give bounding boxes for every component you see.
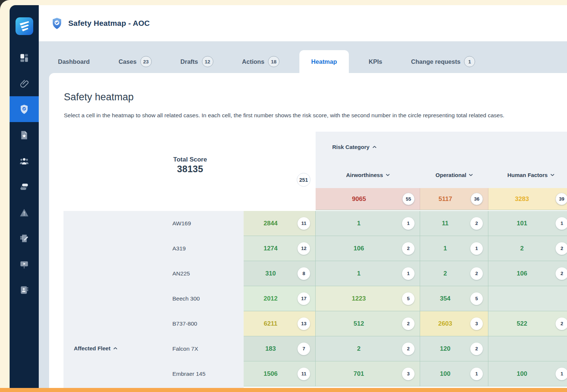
column-label: Human Factors [507, 172, 547, 178]
warning-triangle-icon [19, 208, 29, 218]
sidebar-item-starred-document[interactable] [10, 122, 39, 148]
heatmap-cell[interactable]: 26033 [420, 311, 488, 336]
sidebar-item-contacts[interactable] [10, 277, 39, 303]
sidebar-item-layers[interactable] [10, 174, 39, 200]
column-label: Operational [436, 172, 466, 178]
tab-bar: Dashboard Cases 23 Drafts 12 Actions 18 … [49, 41, 567, 73]
heatmap-cell[interactable]: 11 [316, 261, 420, 286]
sidebar-item-attachments[interactable] [10, 70, 39, 96]
shield-check-icon [19, 104, 29, 114]
topbar: Safety Heatmap - AOC [39, 5, 567, 41]
fleet-score-cell[interactable]: 3108 [244, 261, 316, 286]
case-count-badge: 3 [402, 368, 415, 380]
team-icon [19, 156, 29, 166]
heatmap-cell[interactable]: 11 [420, 236, 488, 261]
heatmap-cell[interactable]: 22 [488, 236, 567, 261]
heatmap-cell[interactable]: 112 [420, 211, 488, 236]
fleet-score-cell[interactable]: 127412 [244, 236, 316, 261]
tab-dashboard[interactable]: Dashboard [49, 50, 99, 73]
case-count-badge: 2 [402, 318, 415, 330]
case-count-badge: 12 [298, 242, 310, 255]
page-title: Safety Heatmap - AOC [68, 19, 150, 28]
heatmap-cell[interactable]: 7013 [316, 361, 420, 386]
fleet-label: Beech 300 [63, 286, 244, 311]
document-edit-icon [19, 233, 29, 243]
section-heading: Safety heatmap [64, 91, 134, 103]
case-count-badge: 2 [402, 242, 415, 255]
heatmap-cell[interactable]: 1202 [420, 336, 488, 361]
heatmap-cell[interactable]: 1062 [488, 261, 567, 286]
heatmap-cell[interactable]: 1062 [316, 236, 420, 261]
fleet-score-cell[interactable]: 284411 [244, 211, 316, 236]
sidebar-item-alerts[interactable] [10, 200, 39, 225]
case-count-badge: 2 [556, 267, 567, 280]
tab-cases[interactable]: Cases 23 [110, 50, 161, 73]
tab-drafts[interactable]: Drafts 12 [172, 50, 222, 73]
case-count-badge: 11 [298, 368, 310, 380]
heatmap-cell[interactable]: 22 [316, 336, 420, 361]
section-description: Select a cell in the heatmap to show all… [64, 111, 522, 119]
heatmap-cell[interactable] [488, 336, 567, 361]
tab-label: KPIs [369, 58, 382, 65]
table-row: AN225 3108 11 22 1062 [63, 261, 567, 286]
tab-label: Actions [242, 58, 265, 65]
fleet-score-cell[interactable]: 201217 [244, 286, 316, 311]
case-count-badge: 1 [556, 217, 567, 230]
heatmap-cell[interactable]: 1001 [488, 361, 567, 386]
fleet-score-cell[interactable]: 150611 [244, 361, 316, 386]
tab-label: Change requests [411, 58, 461, 65]
heatmap-cell[interactable]: 5122 [316, 311, 420, 336]
heatmap-cell[interactable]: 12235 [316, 286, 420, 311]
sidebar-item-document-edit[interactable] [10, 225, 39, 251]
chevron-up-icon [372, 146, 377, 148]
main-area: Safety Heatmap - AOC Dashboard Cases 23 … [39, 5, 567, 388]
affected-fleet-label: Affected Fleet [74, 345, 110, 351]
heatmap-cell[interactable]: 3545 [420, 286, 488, 311]
heatmap-cell[interactable]: 1011 [488, 211, 567, 236]
fleet-score-cell[interactable]: 1837 [244, 336, 316, 361]
column-header-airworthiness[interactable]: Airworthiness [316, 172, 420, 178]
app-logo[interactable] [16, 17, 33, 35]
heatmap-total-cell[interactable]: 511736 [420, 188, 488, 210]
case-count-badge: 2 [470, 343, 483, 355]
tab-actions[interactable]: Actions 18 [233, 50, 289, 73]
paperclip-icon [19, 79, 29, 89]
fleet-score-cell[interactable]: 621113 [244, 311, 316, 336]
case-count-badge: 39 [556, 193, 567, 205]
tab-heatmap[interactable]: Heatmap [299, 50, 349, 73]
sidebar-item-media[interactable] [10, 251, 39, 277]
logo-icon [16, 17, 33, 35]
chevron-down-icon [550, 174, 554, 176]
sidebar-nav [10, 45, 39, 303]
case-count-badge: 2 [470, 267, 483, 280]
tab-kpis[interactable]: KPIs [360, 50, 391, 73]
column-header-human-factors[interactable]: Human Factors [488, 172, 567, 178]
fleet-label: B737-800 [63, 311, 244, 336]
affected-fleet-toggle[interactable]: Affected Fleet [74, 345, 117, 351]
heatmap-cell[interactable]: 11 [316, 211, 420, 236]
case-count-badge: 2 [556, 242, 567, 255]
heatmap-cell[interactable]: 1001 [420, 361, 488, 386]
column-label: Airworthiness [346, 172, 383, 178]
chevron-down-icon [469, 174, 473, 176]
heatmap-total-cell[interactable]: 906555 [316, 188, 420, 210]
risk-category-toggle[interactable]: Risk Category [332, 144, 377, 150]
case-count-badge: 3 [470, 318, 483, 330]
case-count-badge: 1 [556, 368, 567, 380]
heatmap-cell[interactable] [488, 286, 567, 311]
case-count-badge: 2 [556, 318, 567, 330]
case-count-badge: 2 [402, 343, 415, 355]
heatmap-total-cell[interactable]: 328339 [488, 188, 567, 210]
sidebar-item-team[interactable] [10, 148, 39, 174]
case-count-badge: 5 [402, 292, 415, 305]
column-header-operational[interactable]: Operational [420, 172, 488, 178]
case-count-badge: 17 [298, 292, 310, 305]
tab-change-requests[interactable]: Change requests 1 [402, 50, 484, 73]
sidebar-item-safety[interactable] [10, 96, 39, 122]
fleet-label: A319 [63, 236, 244, 261]
sidebar-item-dashboard[interactable] [10, 45, 39, 70]
tab-label: Drafts [181, 58, 198, 65]
heatmap-cell[interactable]: 5222 [488, 311, 567, 336]
heatmap-cell[interactable]: 22 [420, 261, 488, 286]
table-row: Falcon 7X 1837 22 1202 [63, 336, 567, 361]
